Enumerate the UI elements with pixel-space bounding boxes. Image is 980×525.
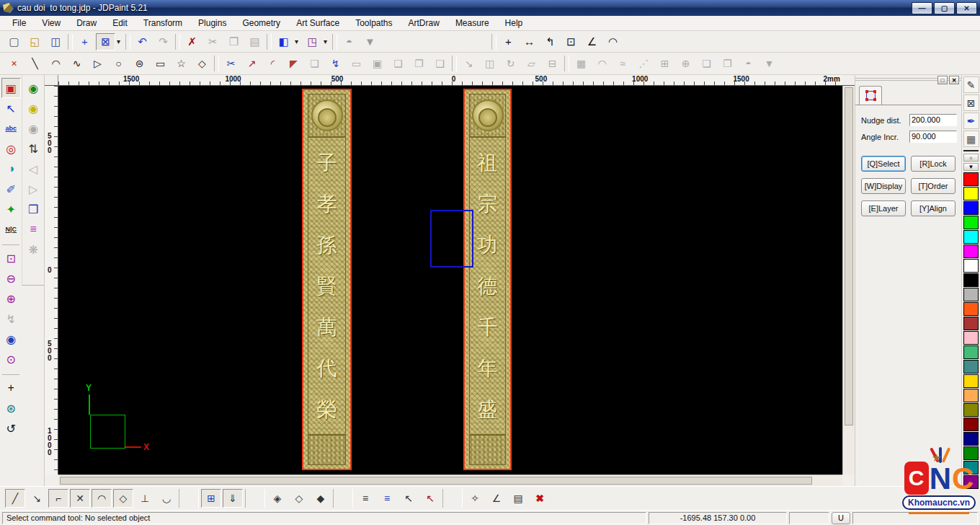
- inspect-tool-icon[interactable]: ⊙: [1, 349, 21, 369]
- trim-icon[interactable]: ✂: [221, 55, 241, 72]
- offset-icon[interactable]: ❏: [305, 55, 324, 72]
- vertical-scroll-thumb[interactable]: [845, 87, 853, 425]
- command-list-icon[interactable]: ▤: [508, 489, 528, 508]
- measure-point-icon[interactable]: +: [499, 33, 518, 50]
- snap-arc-icon[interactable]: ◠: [92, 489, 112, 508]
- select-tool-icon[interactable]: ▣: [1, 78, 21, 98]
- contour-tool-icon[interactable]: ◎: [1, 138, 21, 159]
- panel-close-button[interactable]: ✕: [949, 76, 959, 84]
- open-file-icon[interactable]: ◱: [25, 33, 45, 50]
- panel-grip[interactable]: □ ✕: [855, 75, 961, 85]
- fillet-icon[interactable]: ◜: [263, 55, 282, 72]
- save-file-icon[interactable]: ◫: [46, 33, 66, 50]
- snap-center-icon[interactable]: ◆: [311, 489, 331, 508]
- snap-intersection-icon[interactable]: ✕: [70, 489, 90, 508]
- menu-view[interactable]: View: [34, 16, 68, 30]
- fill-select-icon[interactable]: ⊠: [963, 94, 979, 111]
- zoom-out-tool-icon[interactable]: ⊖: [1, 268, 21, 288]
- unit-button[interactable]: U: [832, 512, 850, 524]
- track-cursor-icon[interactable]: +: [75, 33, 94, 50]
- color-swatch[interactable]: [963, 302, 979, 316]
- color-swatch[interactable]: [963, 216, 979, 229]
- color-swatch[interactable]: [963, 187, 979, 200]
- color-swatch[interactable]: [963, 317, 979, 330]
- zoom-window-tool-icon[interactable]: ⊡: [1, 248, 21, 268]
- draw-circle-icon[interactable]: ○: [109, 55, 128, 72]
- close-button[interactable]: ✕: [956, 2, 977, 14]
- zoom-in-tool-icon[interactable]: ⊕: [1, 288, 21, 309]
- color-swatch[interactable]: [963, 273, 979, 287]
- text-tool-icon[interactable]: abc: [1, 118, 21, 138]
- panel-maximize-button[interactable]: □: [937, 76, 948, 84]
- snap-grid-icon[interactable]: ⊞: [201, 489, 221, 508]
- menu-edit[interactable]: Edit: [104, 16, 135, 30]
- nudge-rotate-icon[interactable]: ∠: [486, 489, 507, 508]
- show-current-icon[interactable]: ◉: [24, 98, 43, 118]
- material-view-icon[interactable]: ◧: [274, 33, 293, 50]
- snap-quadrant-icon[interactable]: ◇: [113, 489, 133, 508]
- bend-icon[interactable]: ↯: [326, 55, 345, 72]
- measure-arc-icon[interactable]: ◠: [603, 33, 623, 50]
- measure-path-icon[interactable]: ↰: [540, 33, 560, 50]
- copy-multi-icon[interactable]: ❑: [430, 55, 450, 72]
- group-icon[interactable]: ❏: [697, 55, 716, 72]
- undo-icon[interactable]: ↶: [133, 33, 152, 50]
- palette-scroll-up[interactable]: ▲: [963, 154, 979, 162]
- center-object-icon[interactable]: ⊕: [676, 55, 695, 72]
- relief-mask-icon[interactable]: ◓: [739, 55, 758, 72]
- couplet-banner-right[interactable]: 祖宗功德千年盛: [463, 89, 512, 470]
- snap-midpoint-icon[interactable]: ◇: [289, 489, 309, 508]
- relief-shield-icon[interactable]: ▼: [360, 33, 380, 50]
- color-swatch[interactable]: [963, 288, 979, 301]
- angle-incr-field[interactable]: 90.000: [909, 131, 957, 143]
- copy-icon[interactable]: ❐: [224, 33, 244, 50]
- zoom-scale-tool-icon[interactable]: ⊛: [1, 398, 21, 418]
- palette-scroll-down[interactable]: ▼: [963, 163, 979, 171]
- array-path-icon[interactable]: ≈: [613, 55, 633, 72]
- fill-tool-icon[interactable]: ◑: [1, 159, 21, 179]
- color-swatch[interactable]: [963, 403, 979, 417]
- draw-point-icon[interactable]: ×: [4, 55, 24, 72]
- color-swatch[interactable]: [963, 360, 979, 374]
- color-swatch[interactable]: [963, 201, 979, 215]
- color-swatch[interactable]: [963, 244, 979, 258]
- select-panel-button[interactable]: [Q]Select: [861, 156, 906, 172]
- drill-tool-icon[interactable]: N|C: [1, 219, 21, 239]
- cancel-command-icon[interactable]: ✖: [530, 489, 550, 508]
- palette-edit-icon[interactable]: ▦: [963, 131, 979, 147]
- chamfer-icon[interactable]: ◤: [284, 55, 303, 72]
- move-copy-icon[interactable]: ↘: [459, 55, 478, 72]
- snap-perpendicular-icon[interactable]: ⊥: [135, 489, 155, 508]
- array-grid-icon[interactable]: ▦: [571, 55, 591, 72]
- pick-remove-icon[interactable]: ↖: [420, 489, 440, 508]
- menu-toolpaths[interactable]: Toolpaths: [347, 16, 400, 30]
- draw-profile-icon[interactable]: ▷: [88, 55, 107, 72]
- node-edit-tool-icon[interactable]: ↖: [1, 98, 21, 118]
- snap-endpoint-icon[interactable]: ╱: [5, 489, 25, 508]
- align-panel-button[interactable]: [Y]Align: [911, 200, 956, 216]
- redo-icon[interactable]: ↷: [153, 33, 173, 50]
- spray-icon[interactable]: ❋: [24, 239, 43, 260]
- ungroup-icon[interactable]: ❐: [718, 55, 737, 72]
- new-file-icon[interactable]: ▢: [4, 33, 24, 50]
- nudge-dist-field[interactable]: 200.000: [909, 114, 957, 126]
- snap-cursor-icon[interactable]: ↘: [27, 489, 47, 508]
- align-base-snap-icon[interactable]: ≡: [377, 489, 397, 508]
- measure-rect-icon[interactable]: ⊡: [561, 33, 581, 50]
- swap-visibility-icon[interactable]: ⇅: [24, 138, 43, 159]
- delete-icon[interactable]: ✗: [182, 33, 202, 50]
- align-base-icon[interactable]: ≡: [355, 489, 375, 508]
- hide-object-icon[interactable]: ◉: [24, 118, 43, 138]
- draw-arc-icon[interactable]: ◠: [46, 55, 66, 72]
- snap-corner-icon[interactable]: ⌐: [48, 489, 68, 508]
- color-swatch[interactable]: [963, 432, 979, 446]
- copy-offset-icon[interactable]: ❏: [388, 55, 408, 72]
- color-swatch[interactable]: [963, 259, 979, 273]
- menu-help[interactable]: Help: [497, 16, 531, 30]
- draw-star-icon[interactable]: ☆: [172, 55, 191, 72]
- menu-geometry[interactable]: Geometry: [234, 16, 288, 30]
- knife-tool-icon[interactable]: ✐: [1, 179, 21, 199]
- vertical-scrollbar[interactable]: [842, 86, 855, 475]
- order-panel-button[interactable]: [T]Order: [911, 178, 956, 194]
- draw-polygon-icon[interactable]: ◇: [192, 55, 212, 72]
